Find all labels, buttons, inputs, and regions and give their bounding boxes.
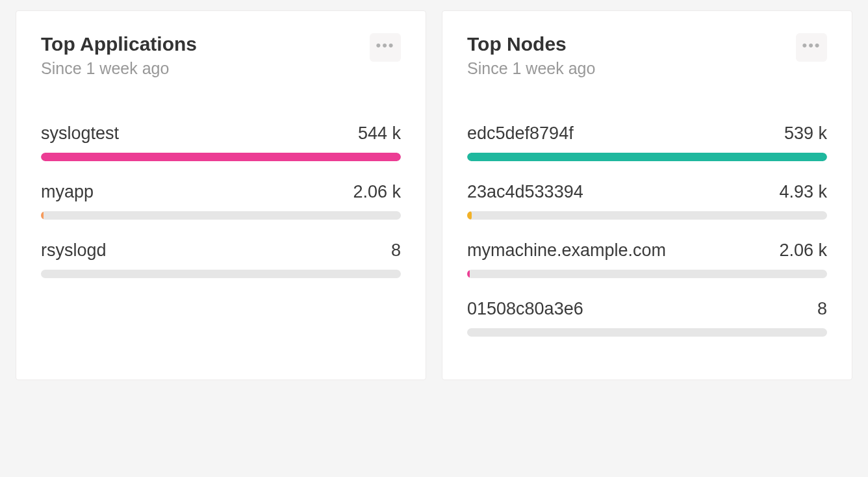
bar-track bbox=[467, 270, 827, 278]
bar-track bbox=[41, 153, 401, 161]
item-value: 8 bbox=[391, 240, 401, 261]
list-item: edc5def8794f 539 k bbox=[467, 123, 827, 161]
card-top-nodes: Top Nodes Since 1 week ago ••• edc5def87… bbox=[442, 10, 852, 380]
card-subtitle: Since 1 week ago bbox=[41, 59, 197, 78]
card-title-block: Top Nodes Since 1 week ago bbox=[467, 33, 595, 78]
card-title: Top Applications bbox=[41, 33, 197, 55]
bar-track bbox=[467, 153, 827, 161]
card-title-block: Top Applications Since 1 week ago bbox=[41, 33, 197, 78]
item-label: rsyslogd bbox=[41, 240, 107, 261]
item-label: myapp bbox=[41, 182, 94, 202]
item-list: edc5def8794f 539 k 23ac4d533394 4.93 k bbox=[467, 123, 827, 337]
card-header: Top Nodes Since 1 week ago ••• bbox=[467, 33, 827, 78]
item-value: 2.06 k bbox=[779, 240, 827, 261]
item-row: 23ac4d533394 4.93 k bbox=[467, 182, 827, 202]
list-item: rsyslogd 8 bbox=[41, 240, 401, 278]
ellipsis-icon: ••• bbox=[802, 37, 821, 54]
dashboard-cards: Top Applications Since 1 week ago ••• sy… bbox=[16, 10, 852, 380]
list-item: 01508c80a3e6 8 bbox=[467, 299, 827, 337]
item-value: 8 bbox=[817, 299, 827, 319]
bar-fill bbox=[41, 211, 44, 220]
bar-fill bbox=[467, 270, 470, 278]
list-item: mymachine.example.com 2.06 k bbox=[467, 240, 827, 278]
bar-track bbox=[41, 211, 401, 220]
bar-track bbox=[41, 270, 401, 278]
item-label: edc5def8794f bbox=[467, 123, 574, 144]
item-value: 544 k bbox=[358, 123, 401, 144]
item-row: mymachine.example.com 2.06 k bbox=[467, 240, 827, 261]
ellipsis-icon: ••• bbox=[376, 37, 394, 54]
item-label: syslogtest bbox=[41, 123, 119, 144]
card-subtitle: Since 1 week ago bbox=[467, 59, 595, 78]
item-row: 01508c80a3e6 8 bbox=[467, 299, 827, 319]
bar-track bbox=[467, 211, 827, 220]
list-item: syslogtest 544 k bbox=[41, 123, 401, 161]
item-list: syslogtest 544 k myapp 2.06 k rsyslo bbox=[41, 123, 401, 278]
item-value: 4.93 k bbox=[779, 182, 827, 202]
item-row: syslogtest 544 k bbox=[41, 123, 401, 144]
bar-fill bbox=[41, 153, 401, 161]
card-top-applications: Top Applications Since 1 week ago ••• sy… bbox=[16, 10, 426, 380]
bar-track bbox=[467, 328, 827, 337]
card-header: Top Applications Since 1 week ago ••• bbox=[41, 33, 401, 78]
item-row: edc5def8794f 539 k bbox=[467, 123, 827, 144]
card-menu-button[interactable]: ••• bbox=[796, 33, 827, 62]
card-title: Top Nodes bbox=[467, 33, 595, 55]
bar-fill bbox=[467, 153, 827, 161]
item-row: rsyslogd 8 bbox=[41, 240, 401, 261]
item-value: 2.06 k bbox=[353, 182, 401, 202]
item-label: 23ac4d533394 bbox=[467, 182, 583, 202]
list-item: 23ac4d533394 4.93 k bbox=[467, 182, 827, 220]
card-menu-button[interactable]: ••• bbox=[370, 33, 401, 62]
list-item: myapp 2.06 k bbox=[41, 182, 401, 220]
item-row: myapp 2.06 k bbox=[41, 182, 401, 202]
bar-fill bbox=[467, 211, 472, 220]
item-label: 01508c80a3e6 bbox=[467, 299, 583, 319]
item-value: 539 k bbox=[784, 123, 827, 144]
item-label: mymachine.example.com bbox=[467, 240, 666, 261]
